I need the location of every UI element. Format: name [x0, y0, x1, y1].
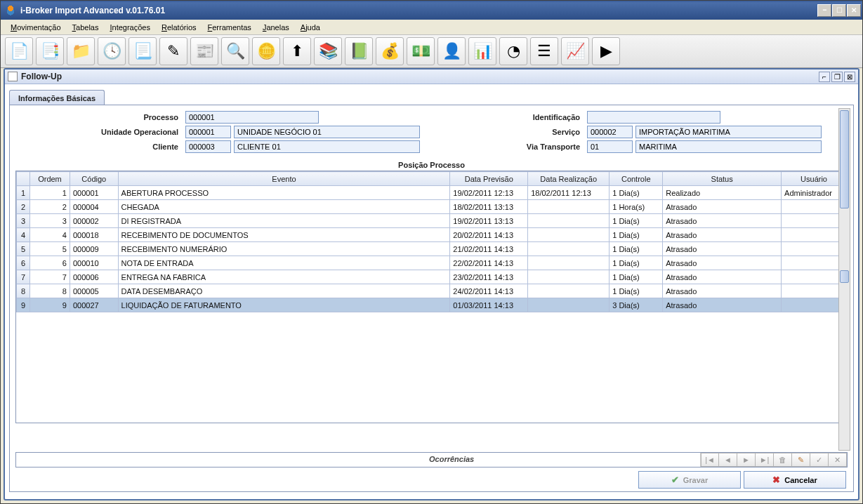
- th-controle[interactable]: Controle: [610, 172, 663, 186]
- cell[interactable]: 23/02/2011 14:13: [450, 270, 528, 284]
- th-evento[interactable]: Evento: [118, 172, 450, 186]
- maximize-button[interactable]: [832, 4, 846, 17]
- table-row[interactable]: 88000005DATA DESEMBARAÇO24/02/2011 14:13…: [17, 284, 847, 298]
- inner-maximize-button[interactable]: ❐: [831, 72, 843, 82]
- cell[interactable]: 9: [29, 298, 70, 312]
- nav-cancel-button[interactable]: ✕: [829, 453, 847, 467]
- cell[interactable]: RECEBIMENTO NUMERÁRIO: [118, 242, 450, 256]
- cell[interactable]: 1 Dia(s): [610, 270, 663, 284]
- ledger-button[interactable]: 📗: [345, 37, 373, 65]
- cell[interactable]: [782, 214, 847, 228]
- th-data-realizacao[interactable]: Data Realização: [528, 172, 610, 186]
- table-row[interactable]: 22000004CHEGADA18/02/2011 13:131 Hora(s)…: [17, 200, 847, 214]
- search-button[interactable]: 🔍: [221, 37, 249, 65]
- cell[interactable]: 8: [17, 284, 30, 298]
- menu-movimentacao[interactable]: Movimentação: [5, 21, 67, 34]
- th-usuario[interactable]: Usuário: [782, 172, 847, 186]
- cell[interactable]: 5: [17, 242, 30, 256]
- coins-button[interactable]: 🪙: [252, 37, 280, 65]
- pie-user-button[interactable]: 👤: [437, 37, 466, 65]
- cell[interactable]: Atrasado: [663, 284, 782, 298]
- cell[interactable]: 1 Dia(s): [610, 242, 663, 256]
- nav-confirm-button[interactable]: ✓: [810, 453, 829, 467]
- cell[interactable]: 000009: [70, 242, 118, 256]
- gravar-button[interactable]: ✔ Gravar: [638, 471, 741, 489]
- cell[interactable]: 1 Dia(s): [610, 284, 663, 298]
- folder-star-button[interactable]: 📁: [67, 37, 95, 65]
- cell[interactable]: 000005: [70, 284, 118, 298]
- menu-ajuda[interactable]: Ajuda: [295, 21, 326, 34]
- cell[interactable]: 8: [29, 284, 70, 298]
- menu-tabelas[interactable]: Tabelas: [67, 21, 105, 34]
- list-button[interactable]: ☰: [530, 37, 558, 65]
- cell[interactable]: [528, 200, 610, 214]
- cell[interactable]: 6: [17, 256, 30, 270]
- cancelar-button[interactable]: ✖ Cancelar: [744, 471, 846, 489]
- cell[interactable]: [528, 256, 610, 270]
- books-button[interactable]: 📚: [314, 37, 342, 65]
- cell[interactable]: CHEGADA: [118, 200, 450, 214]
- cliente-code-input[interactable]: [185, 140, 231, 153]
- cell[interactable]: [528, 214, 610, 228]
- cell[interactable]: 1 Dia(s): [610, 186, 663, 200]
- cell[interactable]: 22/02/2011 14:13: [450, 256, 528, 270]
- cell[interactable]: Atrasado: [663, 214, 782, 228]
- cell[interactable]: ENTREGA NA FABRICA: [118, 270, 450, 284]
- cell[interactable]: [782, 256, 847, 270]
- cell[interactable]: Atrasado: [663, 228, 782, 242]
- inner-minimize-button[interactable]: ⌐: [819, 72, 830, 82]
- cell[interactable]: 9: [17, 298, 30, 312]
- cell[interactable]: Atrasado: [663, 270, 782, 284]
- cell[interactable]: ABERTURA PROCESSO: [118, 186, 450, 200]
- cell[interactable]: 000002: [70, 214, 118, 228]
- cell[interactable]: 4: [17, 228, 30, 242]
- cell[interactable]: Realizado: [663, 186, 782, 200]
- cell[interactable]: 1: [17, 186, 30, 200]
- arrow-up-button[interactable]: ⬆: [283, 37, 311, 65]
- cell[interactable]: [782, 270, 847, 284]
- cell[interactable]: NOTA DE ENTRADA: [118, 256, 450, 270]
- table-row[interactable]: 77000006ENTREGA NA FABRICA23/02/2011 14:…: [17, 270, 847, 284]
- vertical-scrollbar[interactable]: [838, 108, 850, 451]
- cell[interactable]: 2: [17, 200, 30, 214]
- nav-edit-button[interactable]: ✎: [792, 453, 810, 467]
- th-data-previsao[interactable]: Data Previsão: [450, 172, 528, 186]
- cell[interactable]: 4: [29, 228, 70, 242]
- cell[interactable]: 1 Hora(s): [610, 200, 663, 214]
- processo-input[interactable]: [185, 111, 319, 124]
- money-pin-button[interactable]: 💰: [376, 37, 404, 65]
- via-code-input[interactable]: [587, 140, 633, 153]
- cell[interactable]: 01/03/2011 14:13: [450, 298, 528, 312]
- cell[interactable]: [782, 242, 847, 256]
- nav-last-button[interactable]: ►|: [756, 453, 774, 467]
- menu-janelas[interactable]: Janelas: [257, 21, 295, 34]
- cell[interactable]: Atrasado: [663, 242, 782, 256]
- cell[interactable]: 1: [29, 186, 70, 200]
- cell[interactable]: DATA DESEMBARAÇO: [118, 284, 450, 298]
- cell[interactable]: 000004: [70, 200, 118, 214]
- nav-delete-button[interactable]: 🗑: [774, 453, 792, 467]
- tab-informacoes-basicas[interactable]: Informações Básicas: [9, 90, 105, 106]
- th-codigo[interactable]: Código: [70, 172, 118, 186]
- cell[interactable]: 3: [29, 214, 70, 228]
- cell[interactable]: RECEBIMENTO DE DOCUMENTOS: [118, 228, 450, 242]
- cell[interactable]: [782, 284, 847, 298]
- cell[interactable]: 19/02/2011 13:13: [450, 214, 528, 228]
- cell[interactable]: 7: [29, 270, 70, 284]
- cell[interactable]: 19/02/2011 12:13: [450, 186, 528, 200]
- cell[interactable]: [782, 228, 847, 242]
- table-row[interactable]: 55000009RECEBIMENTO NUMERÁRIO21/02/2011 …: [17, 242, 847, 256]
- cell[interactable]: [528, 270, 610, 284]
- cell[interactable]: 7: [17, 270, 30, 284]
- chart-arrow-button[interactable]: 📈: [561, 37, 589, 65]
- cell[interactable]: 21/02/2011 14:13: [450, 242, 528, 256]
- cell[interactable]: 3 Dia(s): [610, 298, 663, 312]
- cell[interactable]: [782, 200, 847, 214]
- cell[interactable]: 20/02/2011 14:13: [450, 228, 528, 242]
- cell[interactable]: 000001: [70, 186, 118, 200]
- page-button[interactable]: 📃: [129, 37, 157, 65]
- pie-slice-button[interactable]: ◔: [499, 37, 527, 65]
- document-button[interactable]: 📄: [5, 37, 33, 65]
- cell[interactable]: Atrasado: [663, 200, 782, 214]
- cell[interactable]: 6: [29, 256, 70, 270]
